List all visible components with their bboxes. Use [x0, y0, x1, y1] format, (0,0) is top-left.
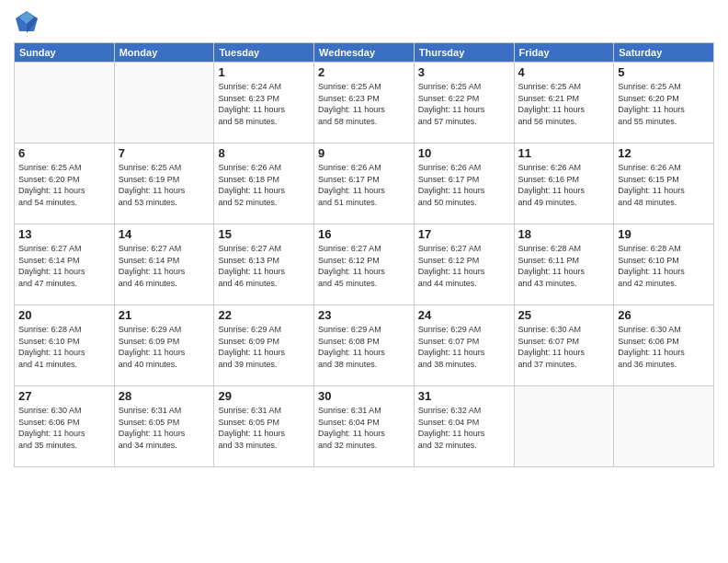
day-info: Sunrise: 6:26 AM Sunset: 6:16 PM Dayligh…: [518, 162, 610, 208]
calendar-cell: 12Sunrise: 6:26 AM Sunset: 6:15 PM Dayli…: [614, 144, 714, 224]
day-number: 9: [318, 146, 410, 160]
day-info: Sunrise: 6:25 AM Sunset: 6:22 PM Dayligh…: [418, 81, 510, 127]
day-info: Sunrise: 6:28 AM Sunset: 6:10 PM Dayligh…: [618, 243, 710, 289]
day-info: Sunrise: 6:29 AM Sunset: 6:08 PM Dayligh…: [318, 324, 410, 370]
day-number: 8: [218, 146, 310, 160]
day-info: Sunrise: 6:29 AM Sunset: 6:09 PM Dayligh…: [119, 324, 210, 370]
day-number: 2: [318, 65, 410, 79]
day-info: Sunrise: 6:30 AM Sunset: 6:06 PM Dayligh…: [18, 405, 110, 451]
calendar-cell: 27Sunrise: 6:30 AM Sunset: 6:06 PM Dayli…: [15, 386, 115, 467]
calendar-cell: 7Sunrise: 6:25 AM Sunset: 6:19 PM Daylig…: [114, 144, 214, 224]
calendar-cell: 10Sunrise: 6:26 AM Sunset: 6:17 PM Dayli…: [414, 144, 514, 224]
day-info: Sunrise: 6:30 AM Sunset: 6:07 PM Dayligh…: [518, 324, 610, 370]
day-info: Sunrise: 6:27 AM Sunset: 6:12 PM Dayligh…: [418, 243, 510, 289]
logo-icon: [14, 9, 40, 35]
day-number: 10: [418, 146, 510, 160]
day-info: Sunrise: 6:25 AM Sunset: 6:20 PM Dayligh…: [618, 81, 710, 127]
calendar-cell: 20Sunrise: 6:28 AM Sunset: 6:10 PM Dayli…: [15, 305, 115, 386]
calendar-cell: 29Sunrise: 6:31 AM Sunset: 6:05 PM Dayli…: [214, 386, 314, 467]
calendar-cell: 31Sunrise: 6:32 AM Sunset: 6:04 PM Dayli…: [414, 386, 514, 467]
calendar-cell: 21Sunrise: 6:29 AM Sunset: 6:09 PM Dayli…: [114, 305, 214, 386]
day-number: 17: [418, 227, 510, 241]
day-info: Sunrise: 6:27 AM Sunset: 6:14 PM Dayligh…: [18, 243, 110, 289]
calendar-cell: 9Sunrise: 6:26 AM Sunset: 6:17 PM Daylig…: [314, 144, 415, 224]
weekday-tuesday: Tuesday: [214, 43, 314, 63]
day-number: 16: [318, 227, 410, 241]
page: SundayMondayTuesdayWednesdayThursdayFrid…: [0, 0, 728, 563]
day-number: 28: [119, 389, 210, 403]
calendar-cell: 8Sunrise: 6:26 AM Sunset: 6:18 PM Daylig…: [214, 144, 314, 224]
weekday-friday: Friday: [514, 43, 614, 63]
header: [14, 9, 714, 35]
calendar-cell: 28Sunrise: 6:31 AM Sunset: 6:05 PM Dayli…: [114, 386, 214, 467]
day-info: Sunrise: 6:25 AM Sunset: 6:19 PM Dayligh…: [119, 162, 210, 208]
day-info: Sunrise: 6:25 AM Sunset: 6:23 PM Dayligh…: [318, 81, 410, 127]
day-info: Sunrise: 6:26 AM Sunset: 6:17 PM Dayligh…: [318, 162, 410, 208]
day-info: Sunrise: 6:26 AM Sunset: 6:18 PM Dayligh…: [218, 162, 310, 208]
day-number: 11: [518, 146, 610, 160]
day-number: 4: [518, 65, 610, 79]
calendar-week-2: 6Sunrise: 6:25 AM Sunset: 6:20 PM Daylig…: [15, 144, 714, 224]
day-info: Sunrise: 6:28 AM Sunset: 6:10 PM Dayligh…: [18, 324, 110, 370]
day-number: 22: [218, 308, 310, 322]
calendar-body: 1Sunrise: 6:24 AM Sunset: 6:23 PM Daylig…: [15, 63, 714, 467]
day-info: Sunrise: 6:24 AM Sunset: 6:23 PM Dayligh…: [218, 81, 310, 127]
day-number: 14: [119, 227, 210, 241]
calendar-cell: 13Sunrise: 6:27 AM Sunset: 6:14 PM Dayli…: [15, 224, 115, 305]
day-number: 1: [218, 65, 310, 79]
day-number: 15: [218, 227, 310, 241]
calendar-cell: 14Sunrise: 6:27 AM Sunset: 6:14 PM Dayli…: [114, 224, 214, 305]
weekday-thursday: Thursday: [414, 43, 514, 63]
day-number: 24: [418, 308, 510, 322]
calendar-cell: 23Sunrise: 6:29 AM Sunset: 6:08 PM Dayli…: [314, 305, 415, 386]
day-info: Sunrise: 6:27 AM Sunset: 6:14 PM Dayligh…: [119, 243, 210, 289]
calendar-cell: 16Sunrise: 6:27 AM Sunset: 6:12 PM Dayli…: [314, 224, 415, 305]
calendar-week-1: 1Sunrise: 6:24 AM Sunset: 6:23 PM Daylig…: [15, 63, 714, 144]
day-info: Sunrise: 6:31 AM Sunset: 6:04 PM Dayligh…: [318, 405, 410, 451]
weekday-sunday: Sunday: [15, 43, 115, 63]
day-number: 20: [18, 308, 110, 322]
day-number: 30: [318, 389, 410, 403]
day-number: 26: [618, 308, 710, 322]
day-info: Sunrise: 6:26 AM Sunset: 6:17 PM Dayligh…: [418, 162, 510, 208]
day-info: Sunrise: 6:26 AM Sunset: 6:15 PM Dayligh…: [618, 162, 710, 208]
calendar-cell: 3Sunrise: 6:25 AM Sunset: 6:22 PM Daylig…: [414, 63, 514, 144]
day-number: 5: [618, 65, 710, 79]
day-number: 12: [618, 146, 710, 160]
calendar-cell: 18Sunrise: 6:28 AM Sunset: 6:11 PM Dayli…: [514, 224, 614, 305]
calendar-week-5: 27Sunrise: 6:30 AM Sunset: 6:06 PM Dayli…: [15, 386, 714, 467]
calendar-cell: 2Sunrise: 6:25 AM Sunset: 6:23 PM Daylig…: [314, 63, 415, 144]
day-number: 25: [518, 308, 610, 322]
day-info: Sunrise: 6:25 AM Sunset: 6:21 PM Dayligh…: [518, 81, 610, 127]
calendar-cell: 24Sunrise: 6:29 AM Sunset: 6:07 PM Dayli…: [414, 305, 514, 386]
weekday-wednesday: Wednesday: [314, 43, 415, 63]
calendar-cell: [114, 63, 214, 144]
weekday-monday: Monday: [114, 43, 214, 63]
day-number: 18: [518, 227, 610, 241]
day-info: Sunrise: 6:29 AM Sunset: 6:07 PM Dayligh…: [418, 324, 510, 370]
day-number: 13: [18, 227, 110, 241]
calendar-cell: 6Sunrise: 6:25 AM Sunset: 6:20 PM Daylig…: [15, 144, 115, 224]
day-info: Sunrise: 6:27 AM Sunset: 6:12 PM Dayligh…: [318, 243, 410, 289]
calendar-cell: 5Sunrise: 6:25 AM Sunset: 6:20 PM Daylig…: [614, 63, 714, 144]
weekday-header-row: SundayMondayTuesdayWednesdayThursdayFrid…: [15, 43, 714, 63]
day-info: Sunrise: 6:27 AM Sunset: 6:13 PM Dayligh…: [218, 243, 310, 289]
calendar: SundayMondayTuesdayWednesdayThursdayFrid…: [14, 42, 714, 467]
calendar-week-3: 13Sunrise: 6:27 AM Sunset: 6:14 PM Dayli…: [15, 224, 714, 305]
calendar-cell: 17Sunrise: 6:27 AM Sunset: 6:12 PM Dayli…: [414, 224, 514, 305]
calendar-cell: [614, 386, 714, 467]
day-info: Sunrise: 6:28 AM Sunset: 6:11 PM Dayligh…: [518, 243, 610, 289]
calendar-cell: 4Sunrise: 6:25 AM Sunset: 6:21 PM Daylig…: [514, 63, 614, 144]
day-number: 6: [18, 146, 110, 160]
calendar-header: SundayMondayTuesdayWednesdayThursdayFrid…: [15, 43, 714, 63]
day-number: 7: [119, 146, 210, 160]
weekday-saturday: Saturday: [614, 43, 714, 63]
calendar-cell: 26Sunrise: 6:30 AM Sunset: 6:06 PM Dayli…: [614, 305, 714, 386]
calendar-cell: 19Sunrise: 6:28 AM Sunset: 6:10 PM Dayli…: [614, 224, 714, 305]
calendar-week-4: 20Sunrise: 6:28 AM Sunset: 6:10 PM Dayli…: [15, 305, 714, 386]
logo: [14, 9, 42, 35]
day-number: 21: [119, 308, 210, 322]
day-info: Sunrise: 6:31 AM Sunset: 6:05 PM Dayligh…: [119, 405, 210, 451]
day-info: Sunrise: 6:30 AM Sunset: 6:06 PM Dayligh…: [618, 324, 710, 370]
calendar-cell: 25Sunrise: 6:30 AM Sunset: 6:07 PM Dayli…: [514, 305, 614, 386]
